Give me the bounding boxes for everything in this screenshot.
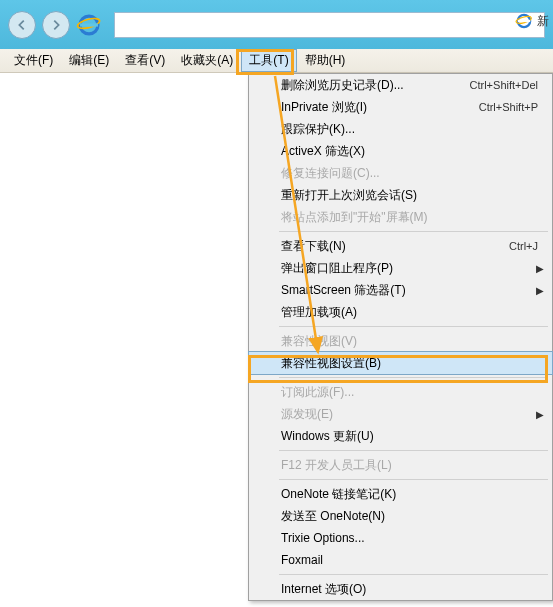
menu-view[interactable]: 查看(V) <box>117 49 173 72</box>
mi-compat-settings[interactable]: 兼容性视图设置(B) <box>248 351 553 375</box>
menu-file[interactable]: 文件(F) <box>6 49 61 72</box>
separator <box>279 574 548 575</box>
mi-delete-history[interactable]: 删除浏览历史记录(D)... Ctrl+Shift+Del <box>249 74 552 96</box>
separator <box>279 450 548 451</box>
menubar: 文件(F) 编辑(E) 查看(V) 收藏夹(A) 工具(T) 帮助(H) <box>0 49 553 73</box>
mi-foxmail[interactable]: Foxmail <box>249 549 552 571</box>
mi-popup[interactable]: 弹出窗口阻止程序(P)▶ <box>249 257 552 279</box>
mi-feed-discovery: 源发现(E)▶ <box>249 403 552 425</box>
mi-inprivate[interactable]: InPrivate 浏览(I) Ctrl+Shift+P <box>249 96 552 118</box>
mi-win-update[interactable]: Windows 更新(U) <box>249 425 552 447</box>
address-bar[interactable] <box>114 12 545 38</box>
submenu-arrow-icon: ▶ <box>536 285 544 296</box>
tab-label[interactable]: 新 <box>537 13 549 30</box>
mi-trixie[interactable]: Trixie Options... <box>249 527 552 549</box>
separator <box>279 326 548 327</box>
forward-button[interactable] <box>42 11 70 39</box>
mi-addons[interactable]: 管理加载项(A) <box>249 301 552 323</box>
mi-f12: F12 开发人员工具(L) <box>249 454 552 476</box>
menu-favorites[interactable]: 收藏夹(A) <box>173 49 241 72</box>
svg-rect-2 <box>80 23 98 26</box>
mi-internet-options[interactable]: Internet 选项(O) <box>249 578 552 600</box>
separator <box>279 479 548 480</box>
mi-subscribe: 订阅此源(F)... <box>249 381 552 403</box>
mi-onenote-link[interactable]: OneNote 链接笔记(K) <box>249 483 552 505</box>
tab-strip: 新 <box>515 12 553 30</box>
tools-dropdown: 删除浏览历史记录(D)... Ctrl+Shift+Del InPrivate … <box>248 73 553 601</box>
separator <box>279 231 548 232</box>
mi-activex[interactable]: ActiveX 筛选(X) <box>249 140 552 162</box>
mi-send-onenote[interactable]: 发送至 OneNote(N) <box>249 505 552 527</box>
separator <box>279 377 548 378</box>
titlebar: 新 <box>0 0 553 49</box>
ie-logo-icon <box>76 12 102 38</box>
mi-reopen[interactable]: 重新打开上次浏览会话(S) <box>249 184 552 206</box>
menu-edit[interactable]: 编辑(E) <box>61 49 117 72</box>
svg-rect-5 <box>518 20 530 22</box>
mi-smartscreen[interactable]: SmartScreen 筛选器(T)▶ <box>249 279 552 301</box>
submenu-arrow-icon: ▶ <box>536 409 544 420</box>
submenu-arrow-icon: ▶ <box>536 263 544 274</box>
tab-ie-icon <box>515 12 533 30</box>
mi-compat-view: 兼容性视图(V) <box>249 330 552 352</box>
back-button[interactable] <box>8 11 36 39</box>
mi-tracking[interactable]: 跟踪保护(K)... <box>249 118 552 140</box>
mi-downloads[interactable]: 查看下载(N) Ctrl+J <box>249 235 552 257</box>
mi-fix-conn: 修复连接问题(C)... <box>249 162 552 184</box>
menu-tools[interactable]: 工具(T) <box>241 49 296 72</box>
menu-help[interactable]: 帮助(H) <box>297 49 354 72</box>
mi-add-start: 将站点添加到"开始"屏幕(M) <box>249 206 552 228</box>
